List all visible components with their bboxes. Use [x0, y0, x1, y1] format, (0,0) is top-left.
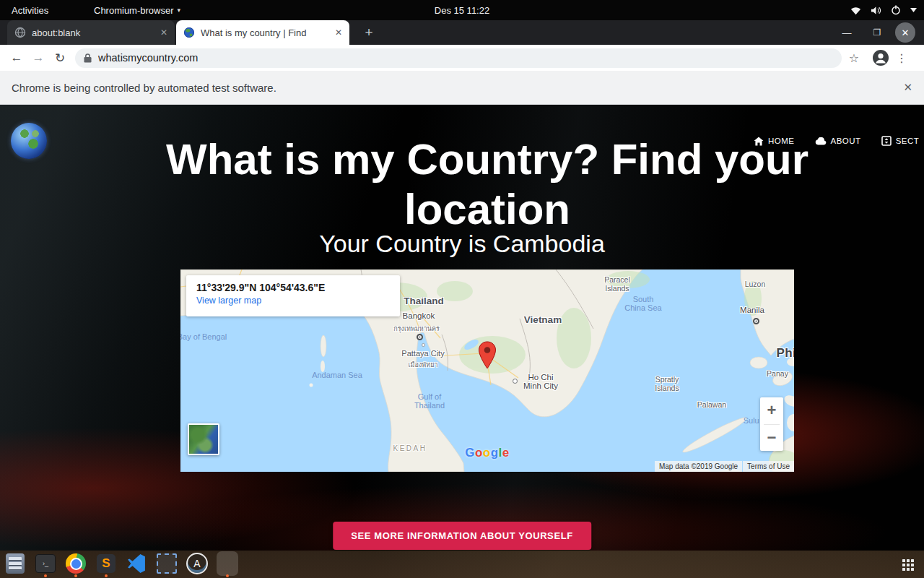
- active-window-thumbnail[interactable]: [217, 553, 238, 574]
- power-icon: [891, 5, 901, 15]
- infobar-close-icon[interactable]: ✕: [903, 81, 912, 94]
- browser-menu-icon[interactable]: ⋮: [889, 51, 914, 65]
- chevron-down-icon: [910, 8, 917, 12]
- bookmark-star-icon[interactable]: ☆: [842, 51, 866, 65]
- window-maximize-button[interactable]: ❐: [866, 20, 888, 45]
- terms-of-use-link[interactable]: Terms of Use: [743, 461, 794, 472]
- system-status-area[interactable]: [850, 5, 917, 15]
- running-indicator: [74, 574, 77, 577]
- show-apps-grid-icon[interactable]: [902, 559, 914, 571]
- site-logo-earth[interactable]: [11, 123, 47, 159]
- screen: Activities Chromium-browser ▾ Des 15 11:…: [0, 0, 924, 578]
- terminal-app-icon[interactable]: ›_: [35, 553, 56, 574]
- address-bar[interactable]: whatismycountry.com: [75, 48, 842, 68]
- nav-about[interactable]: ABOUT: [815, 137, 861, 145]
- map-info-card: 11°33'29.9"N 104°54'43.6"E View larger m…: [186, 275, 400, 316]
- tab-title: What is my country | Find: [201, 27, 331, 38]
- nav-sections-label: SECT: [896, 137, 920, 145]
- map-attribution: Map data ©2019 Google Terms of Use: [655, 461, 794, 472]
- running-indicator: [226, 574, 229, 577]
- running-indicator: [44, 574, 47, 577]
- window-close-button[interactable]: ✕: [895, 22, 915, 43]
- back-button[interactable]: ←: [6, 51, 27, 65]
- automation-infobar: Chrome is being controlled by automated …: [0, 71, 924, 105]
- forward-button[interactable]: →: [27, 51, 49, 65]
- satellite-view-toggle[interactable]: [188, 423, 219, 455]
- globe-gray-icon: [14, 27, 26, 38]
- tab-about-blank[interactable]: about:blank ✕: [7, 20, 175, 45]
- fonts-glyph: A: [186, 553, 208, 574]
- files-app-icon[interactable]: [4, 553, 26, 574]
- page-viewport: HOME ABOUT SECT What is my Country? Find…: [0, 104, 924, 551]
- nav-sections[interactable]: SECT: [881, 136, 920, 146]
- running-indicator: [105, 574, 108, 577]
- cloud-icon: [815, 137, 827, 145]
- new-tab-button[interactable]: +: [359, 23, 378, 42]
- tab-strip: about:blank ✕ What is my country | Find …: [0, 20, 924, 45]
- zoom-in-button[interactable]: +: [760, 397, 783, 424]
- tab-whatismycountry[interactable]: What is my country | Find ✕: [176, 20, 349, 45]
- coordinates-text: 11°33'29.9"N 104°54'43.6"E: [196, 282, 390, 293]
- close-icon[interactable]: ✕: [160, 27, 167, 38]
- window-minimize-button[interactable]: —: [836, 20, 858, 45]
- sublime-app-icon[interactable]: S: [95, 553, 117, 574]
- gnome-topbar: Activities Chromium-browser ▾ Des 15 11:…: [0, 0, 924, 20]
- screenshot-app-icon[interactable]: [156, 553, 178, 574]
- map-zoom-control: + −: [760, 397, 783, 451]
- google-map-embed[interactable]: Bay of BengalAndaman SeaThailandBangkokก…: [180, 269, 794, 472]
- see-more-button[interactable]: SEE MORE INFORMATION ABOUT YOURSELF: [333, 522, 591, 550]
- wifi-icon: [850, 6, 861, 15]
- zoom-out-button[interactable]: −: [760, 425, 783, 452]
- globe-earth-icon: [183, 27, 195, 38]
- fonts-app-icon[interactable]: A: [186, 553, 208, 574]
- taskbar: ›_ S A: [0, 551, 924, 578]
- tab-title: about:blank: [32, 27, 156, 38]
- taskbar-icons: ›_ S A: [4, 553, 238, 574]
- clock[interactable]: Des 15 11:22: [0, 5, 924, 16]
- reload-button[interactable]: ↻: [49, 51, 71, 66]
- vscode-app-icon[interactable]: [126, 553, 147, 574]
- browser-toolbar: ← → ↻ whatismycountry.com ☆ ⋮: [0, 45, 924, 72]
- map-marker-pin[interactable]: [478, 341, 497, 370]
- infobar-message: Chrome is being controlled by automated …: [12, 82, 276, 94]
- view-larger-map-link[interactable]: View larger map: [196, 296, 261, 306]
- chrome-app-icon[interactable]: [65, 553, 87, 574]
- lock-icon: [84, 53, 92, 63]
- nav-about-label: ABOUT: [831, 137, 861, 145]
- terminal-glyph: ›_: [35, 554, 56, 573]
- url-text: whatismycountry.com: [98, 52, 198, 64]
- close-icon[interactable]: ✕: [335, 27, 342, 38]
- country-result-text: Your Country is Cambodia: [0, 230, 924, 258]
- page-title: What is my Country? Find your location: [166, 134, 808, 234]
- sublime-glyph: S: [97, 554, 116, 573]
- map-data-text: Map data ©2019 Google: [655, 461, 742, 472]
- profile-avatar-icon[interactable]: [872, 49, 889, 66]
- sections-icon: [881, 136, 892, 146]
- volume-icon: [871, 6, 881, 15]
